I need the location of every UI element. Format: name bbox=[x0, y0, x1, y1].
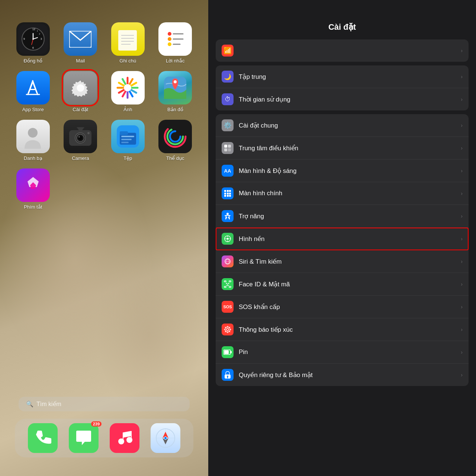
dock-messages[interactable]: 239 bbox=[69, 423, 99, 453]
svg-point-20 bbox=[168, 32, 171, 36]
svg-rect-44 bbox=[120, 131, 128, 135]
app-reminders[interactable]: Lời nhắc bbox=[154, 22, 197, 64]
sos-icon: SOS bbox=[222, 301, 234, 313]
svg-point-22 bbox=[168, 42, 171, 46]
app-settings-label: Cài đặt bbox=[73, 107, 88, 112]
dock-music[interactable] bbox=[110, 423, 139, 453]
faceid-label: Face ID & Mật mã bbox=[239, 280, 461, 288]
siri-chevron: › bbox=[461, 258, 463, 264]
general-label: Cài đặt chung bbox=[239, 122, 461, 129]
settings-row-exposure[interactable]: Thông báo tiếp xúc › bbox=[216, 318, 469, 341]
app-shortcuts[interactable]: Phím tắt bbox=[11, 168, 55, 210]
svg-rect-57 bbox=[131, 431, 132, 441]
app-fitness[interactable]: Thể dục bbox=[154, 120, 197, 161]
svg-rect-66 bbox=[224, 148, 227, 151]
svg-text:3: 3 bbox=[41, 38, 42, 40]
siri-label: Siri & Tìm kiếm bbox=[239, 258, 461, 266]
display-label: Màn hình & Độ sáng bbox=[239, 167, 461, 175]
search-bar[interactable]: 🔍 Tìm kiếm bbox=[19, 397, 190, 411]
svg-point-34 bbox=[28, 128, 38, 138]
homescreen-chevron: › bbox=[461, 190, 463, 196]
svg-rect-106 bbox=[224, 350, 229, 354]
settings-row-general[interactable]: ⚙️ Cài đặt chung › bbox=[216, 114, 469, 137]
svg-point-40 bbox=[78, 136, 80, 138]
settings-row-control[interactable]: Trung tâm điều khiển › bbox=[216, 137, 469, 160]
screentime-chevron: › bbox=[461, 96, 463, 102]
accessibility-icon-svg bbox=[224, 212, 231, 220]
svg-point-21 bbox=[168, 37, 171, 41]
svg-point-12 bbox=[32, 38, 34, 40]
siri-icon-svg bbox=[224, 258, 231, 265]
battery-chevron: › bbox=[461, 349, 463, 355]
svg-rect-73 bbox=[229, 193, 231, 194]
app-maps[interactable]: Bản đồ bbox=[154, 71, 197, 112]
faceid-icon bbox=[222, 278, 234, 290]
accessibility-label: Trợ năng bbox=[239, 212, 461, 220]
privacy-label: Quyền riêng tư & Bảo mật bbox=[239, 371, 461, 379]
svg-rect-45 bbox=[121, 136, 134, 137]
control-icon bbox=[222, 142, 234, 154]
settings-gear-icon bbox=[70, 78, 91, 98]
svg-rect-47 bbox=[121, 142, 129, 143]
partial-icon-char: 📶 bbox=[223, 46, 232, 55]
dock-safari[interactable] bbox=[151, 423, 180, 453]
app-camera[interactable]: Camera bbox=[59, 120, 103, 161]
app-grid-row2: A App Store Cài đặt bbox=[11, 71, 197, 112]
focus-label: Tập trung bbox=[239, 73, 461, 81]
display-icon-char: AA bbox=[224, 168, 231, 174]
svg-rect-105 bbox=[231, 351, 232, 353]
settings-row-faceid[interactable]: Face ID & Mật mã › bbox=[216, 273, 469, 296]
settings-section-focus: 🌙 Tập trung › ⏱ Thời gian sử dụng › bbox=[216, 65, 469, 110]
settings-row-focus[interactable]: 🌙 Tập trung › bbox=[216, 65, 469, 88]
settings-row-accessibility[interactable]: Trợ năng › bbox=[216, 205, 469, 228]
app-mail-label: Mail bbox=[76, 58, 85, 64]
settings-section-main: ⚙️ Cài đặt chung › Trung tâm điều khiển … bbox=[216, 114, 469, 386]
app-clock-label: Đồng hồ bbox=[23, 58, 42, 64]
app-notes[interactable]: Ghi chú bbox=[106, 22, 150, 64]
app-appstore-label: App Store bbox=[22, 107, 44, 112]
sos-label: SOS khẩn cấp bbox=[239, 303, 461, 311]
svg-rect-48 bbox=[162, 123, 188, 149]
app-contacts[interactable]: Danh bạ bbox=[11, 120, 55, 161]
settings-row-display[interactable]: AA Màn hình & Độ sáng › bbox=[216, 160, 469, 182]
svg-rect-90 bbox=[229, 286, 231, 287]
settings-row-wallpaper[interactable]: Hình nền › bbox=[216, 228, 469, 250]
settings-row-battery[interactable]: Pin › bbox=[216, 341, 469, 364]
settings-row-homescreen[interactable]: Màn hình chính › bbox=[216, 182, 469, 205]
battery-icon-svg bbox=[223, 350, 232, 355]
svg-line-101 bbox=[229, 331, 230, 332]
exposure-chevron: › bbox=[461, 327, 463, 332]
svg-marker-36 bbox=[77, 127, 84, 130]
app-settings[interactable]: Cài đặt bbox=[59, 71, 103, 112]
app-appstore[interactable]: A App Store bbox=[11, 71, 55, 112]
app-clock[interactable]: 12 3 6 9 1 2 bbox=[11, 22, 55, 64]
mail-icon bbox=[69, 31, 91, 48]
app-files-label: Tệp bbox=[123, 155, 132, 161]
partial-chevron: › bbox=[461, 48, 463, 54]
control-icon-svg bbox=[224, 144, 231, 152]
settings-row-siri[interactable]: Siri & Tìm kiếm › bbox=[216, 250, 469, 273]
app-files[interactable]: Tệp bbox=[106, 120, 150, 161]
app-grid-row4: Phím tắt bbox=[11, 168, 197, 210]
screentime-icon: ⏱ bbox=[222, 93, 234, 105]
svg-point-95 bbox=[226, 328, 229, 331]
svg-rect-70 bbox=[229, 190, 231, 192]
wallpaper-icon-svg bbox=[224, 235, 231, 242]
app-photos[interactable]: Ảnh bbox=[106, 71, 150, 112]
svg-point-92 bbox=[228, 283, 229, 284]
svg-line-102 bbox=[229, 327, 230, 328]
app-camera-label: Camera bbox=[72, 155, 89, 161]
messages-badge: 239 bbox=[91, 421, 102, 427]
app-grid-row3: Danh bạ Camera bbox=[11, 120, 197, 161]
svg-point-77 bbox=[226, 213, 229, 215]
settings-row-sos[interactable]: SOS SOS khẩn cấp › bbox=[216, 296, 469, 318]
app-notes-label: Ghi chú bbox=[119, 58, 136, 64]
settings-row-partial[interactable]: 📶 › bbox=[216, 39, 469, 62]
dock: 239 bbox=[15, 419, 193, 457]
dock-phone[interactable] bbox=[28, 423, 58, 453]
app-mail[interactable]: Mail bbox=[59, 22, 103, 64]
messages-icon bbox=[74, 429, 93, 447]
settings-row-privacy[interactable]: Quyền riêng tư & Bảo mật › bbox=[216, 364, 469, 386]
display-chevron: › bbox=[461, 168, 463, 174]
settings-row-screentime[interactable]: ⏱ Thời gian sử dụng › bbox=[216, 88, 469, 110]
